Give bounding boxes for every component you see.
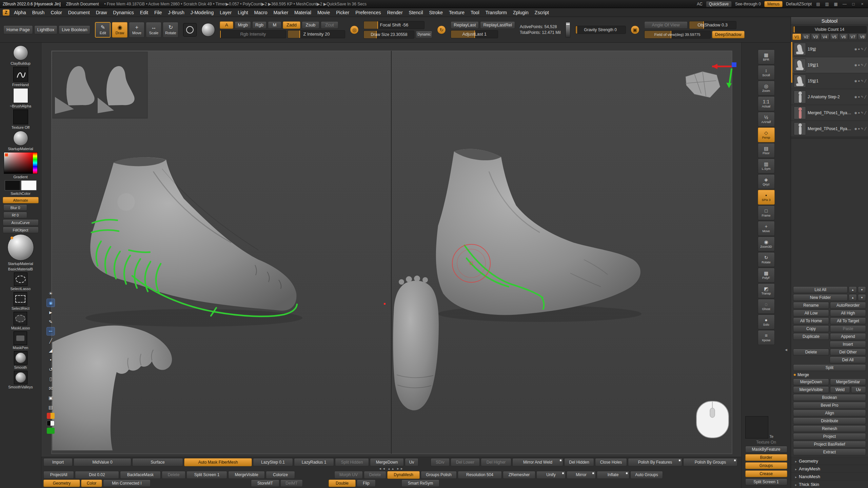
all-to-home-button[interactable]: All To Home — [793, 318, 829, 324]
bottom-bar-button[interactable]: Delete — [364, 471, 386, 479]
color-mode-button[interactable]: A — [220, 21, 233, 29]
subtool-version-tab[interactable]: V8 — [858, 34, 867, 40]
palette-section-header[interactable]: Thick Skin — [791, 480, 868, 488]
bottom-bar-button[interactable]: DynaMesh — [387, 471, 420, 479]
visibility-icon[interactable] — [854, 95, 857, 99]
subtool-version-tab[interactable]: V2 — [802, 34, 811, 40]
color-picker[interactable] — [4, 152, 38, 174]
pose-icon[interactable] — [865, 95, 866, 99]
bevel-pro-button[interactable]: Bevel Pro — [793, 402, 866, 409]
split-button[interactable]: Split — [793, 364, 866, 371]
visibility-icon[interactable] — [854, 111, 857, 115]
right-shelf-button[interactable]: 1:1 Actual — [758, 96, 775, 111]
delete-button[interactable]: Delete — [793, 349, 829, 355]
subtool-version-tab[interactable]: V5 — [830, 34, 839, 40]
polypaint-icon[interactable] — [858, 127, 860, 130]
rgb-intensity-slider[interactable]: Rgb Intensity — [220, 30, 286, 38]
palette-section-header[interactable]: Geometry — [791, 457, 868, 465]
live-boolean-button[interactable]: Live Boolean — [59, 25, 90, 34]
quick-brush-thumbnail[interactable] — [14, 272, 27, 286]
all-to-target-button[interactable]: All To Target — [830, 318, 866, 324]
pose-icon[interactable] — [865, 79, 866, 83]
bottom-bar-button[interactable]: DelMT — [280, 480, 303, 487]
draw-size-slider[interactable]: Draw Size 23.30558 — [363, 30, 414, 39]
mode-button[interactable]: ✎ Edit — [95, 22, 111, 38]
menu-item[interactable]: Macro — [251, 10, 271, 15]
bottom-bar-button[interactable]: Dist 0.02 — [75, 471, 119, 479]
del-all-button[interactable]: Del All — [830, 357, 866, 363]
hue-strip[interactable] — [33, 152, 37, 174]
bottom-bar-button[interactable]: SDiv — [431, 458, 450, 466]
merge-similar-button[interactable]: MergeSimilar — [830, 379, 866, 385]
visibility-icon[interactable] — [854, 127, 857, 130]
quick-brush-thumbnail[interactable] — [14, 292, 27, 306]
bottom-bar-button[interactable]: Geometry — [43, 480, 80, 487]
palette-section-header[interactable]: ArrayMesh — [791, 465, 868, 472]
mode-button[interactable]: ◉ Draw — [112, 22, 127, 38]
insert-button[interactable]: Insert — [830, 341, 866, 348]
canvas-tool-icon[interactable] — [47, 421, 55, 426]
canvas-tool-icon[interactable]: ✏ — [47, 327, 55, 335]
mode-button[interactable]: ↻ Rotate — [163, 22, 178, 38]
bottom-bar-button[interactable]: Color — [81, 480, 102, 487]
secondary-color-swatch[interactable] — [21, 180, 37, 190]
current-material-thumbnail[interactable] — [13, 131, 28, 146]
all-high-button[interactable]: All High — [830, 310, 866, 317]
texture-sphere-preview[interactable] — [201, 23, 215, 37]
bottom-bar-button[interactable]: Import — [43, 458, 73, 466]
rename-button[interactable]: Rename — [793, 302, 829, 309]
bottom-bar-button[interactable]: MidValue 0 — [74, 458, 131, 466]
folder-down-icon[interactable] — [858, 294, 866, 301]
menu-item[interactable]: Marker — [271, 10, 292, 15]
right-shelf-button[interactable]: ◉ Zoom3D — [758, 237, 775, 251]
menu-item[interactable]: Color — [47, 10, 65, 15]
subtool-row[interactable]: 15발1 — [791, 73, 868, 89]
lightbox-button[interactable]: LightBox — [34, 25, 58, 34]
right-shelf-button[interactable]: ▥ L.Sym — [758, 159, 775, 174]
current-brush-thumbnail[interactable] — [13, 45, 28, 60]
menu-item[interactable]: Tool — [468, 10, 482, 15]
window-control-icon[interactable]: ▦ — [833, 2, 839, 6]
bottom-bar-button[interactable]: Del Hidden — [564, 458, 594, 466]
visible-count-slider[interactable]: Visible Count 14 — [792, 26, 867, 33]
crease-button[interactable]: Crease — [745, 470, 787, 477]
stroke-preview[interactable] — [183, 23, 197, 37]
canvas-tool-icon[interactable]: ► — [47, 308, 55, 316]
pose-icon[interactable] — [865, 47, 866, 51]
angle-of-view-button[interactable]: Angle Of View — [644, 21, 688, 29]
dynamic-toggle[interactable]: Dynamic — [416, 31, 432, 38]
menu-item[interactable]: J-Brush — [165, 10, 188, 15]
bottom-bar-button[interactable]: Groups Polish — [421, 471, 457, 479]
menu-item[interactable]: J-Modeling — [188, 10, 217, 15]
current-alpha-thumbnail[interactable] — [13, 88, 28, 103]
menu-item[interactable]: Edit — [137, 10, 151, 15]
border-button[interactable]: Border — [745, 454, 787, 461]
bottom-bar-button[interactable]: ZRemesher — [503, 471, 535, 479]
subtool-thumbnail[interactable] — [794, 75, 806, 87]
replay-last-button[interactable]: ReplayLast — [451, 21, 479, 29]
gravity-direction-widget[interactable] — [566, 22, 570, 38]
bottom-bar-button[interactable]: ProjectAll — [43, 471, 74, 479]
canvas-tool-icon[interactable]: ↺ — [47, 365, 55, 373]
menus-button[interactable]: Menus — [764, 1, 783, 7]
menu-item[interactable]: Material — [291, 10, 314, 15]
quick-brush-thumbnail[interactable] — [14, 371, 27, 384]
bottom-bar-button[interactable]: Auto Groups — [630, 471, 663, 479]
right-shelf-button[interactable]: ≡ Xpose — [758, 330, 775, 345]
menu-item[interactable]: Brush — [29, 10, 48, 15]
right-shelf-button[interactable]: ▪ SPix 3 — [758, 190, 775, 205]
duplicate-button[interactable]: Duplicate — [793, 333, 829, 340]
bottom-bar-button[interactable]: Uv — [405, 458, 418, 466]
split-screen-slider[interactable]: Split Screen 1 — [745, 479, 787, 485]
menu-item[interactable]: Preferences — [352, 10, 384, 15]
sculpt-mode-button[interactable]: Zsub — [302, 21, 319, 29]
sculpt-icon[interactable] — [861, 95, 864, 99]
sculpt-icon[interactable] — [861, 111, 864, 115]
subtool-version-tab[interactable]: V4 — [821, 34, 829, 40]
del-other-button[interactable]: Del Other — [830, 349, 866, 355]
window-control-icon[interactable]: × — [859, 2, 865, 6]
bottom-bar-button[interactable]: Colorize — [266, 471, 295, 479]
bottom-bar-button[interactable]: Close Holes — [595, 458, 627, 466]
sculpt-icon[interactable] — [861, 79, 864, 83]
canvas-tool-icon[interactable] — [47, 428, 55, 434]
